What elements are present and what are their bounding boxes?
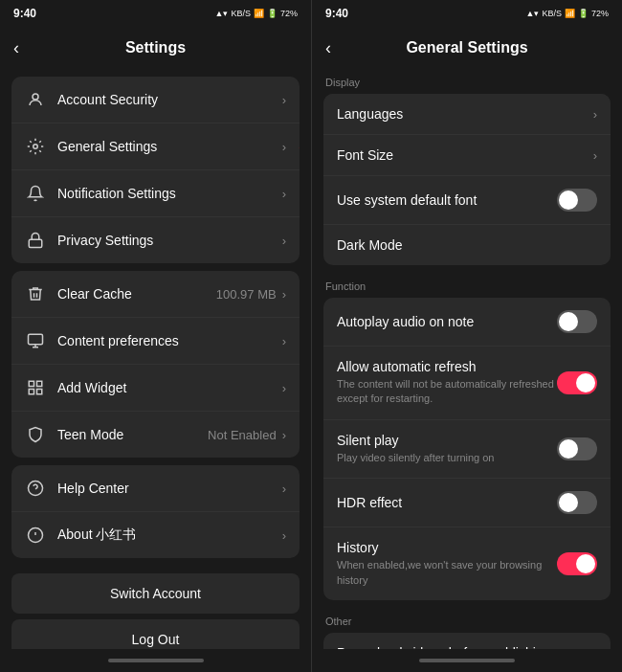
system-font-wrap: Use system default font bbox=[337, 192, 557, 208]
chevron-account: › bbox=[282, 93, 286, 107]
languages-item[interactable]: Languages › ◀ bbox=[323, 94, 611, 135]
help-group: Help Center › About 小红书 › bbox=[11, 465, 300, 558]
history-wrap: History When enabled,we won't save your … bbox=[337, 540, 557, 588]
about-item[interactable]: About 小红书 › bbox=[11, 512, 300, 558]
cache-icon bbox=[25, 283, 46, 304]
function-group: Autoplay audio on note Allow automatic r… bbox=[323, 298, 611, 600]
svg-rect-9 bbox=[37, 390, 42, 394]
hdr-item[interactable]: HDR effect bbox=[323, 479, 611, 527]
font-size-item[interactable]: Font Size › bbox=[323, 135, 611, 176]
chevron-help: › bbox=[282, 482, 286, 496]
status-icons-right: ▲▾ KB/S 📶 🔋 72% bbox=[526, 9, 609, 18]
chevron-cache: › bbox=[282, 287, 286, 302]
display-section-label: Display bbox=[312, 69, 622, 92]
account-security-item[interactable]: Account Security › bbox=[11, 77, 300, 123]
history-item[interactable]: History When enabled,we won't save your … bbox=[323, 527, 611, 600]
svg-point-0 bbox=[33, 94, 38, 100]
teen-mode-item[interactable]: Teen Mode Not Enabled › bbox=[11, 412, 300, 458]
display-group: Languages › ◀ Font Size › Use system def… bbox=[323, 94, 611, 265]
chevron-teen: › bbox=[282, 428, 286, 442]
silent-play-knob bbox=[559, 439, 578, 459]
left-screen: 9:40 ▲▾ KB/S 📶 🔋 72% ‹ Settings Account … bbox=[0, 0, 311, 672]
general-settings-item[interactable]: General Settings › ◀ bbox=[11, 123, 300, 170]
other-section-label: Other bbox=[312, 608, 622, 631]
dark-mode-label: Dark Mode bbox=[337, 237, 597, 253]
account-group: Account Security › General Settings › ◀ bbox=[11, 77, 300, 263]
history-toggle[interactable] bbox=[557, 552, 597, 575]
autoplay-audio-item[interactable]: Autoplay audio on note bbox=[323, 298, 611, 347]
chevron-widget: › bbox=[282, 381, 286, 395]
time-right: 9:40 bbox=[325, 7, 348, 20]
help-center-item[interactable]: Help Center › bbox=[11, 465, 300, 512]
font-size-wrap: Font Size bbox=[337, 147, 593, 163]
auto-refresh-wrap: Allow automatic refresh The content will… bbox=[337, 359, 557, 407]
home-indicator-left bbox=[0, 649, 311, 672]
auto-refresh-toggle[interactable] bbox=[557, 371, 597, 394]
general-settings-header: ‹ General Settings bbox=[312, 27, 622, 69]
home-bar-right bbox=[419, 659, 515, 662]
autoplay-knob bbox=[559, 312, 578, 331]
svg-rect-3 bbox=[29, 334, 43, 345]
time-left: 9:40 bbox=[13, 7, 36, 20]
status-bar-right: 9:40 ▲▾ KB/S 📶 🔋 72% bbox=[312, 0, 622, 27]
home-indicator-right bbox=[312, 649, 622, 672]
general-icon bbox=[25, 136, 46, 157]
content-prefs-item[interactable]: Content preferences › bbox=[11, 318, 300, 365]
switch-account-button[interactable]: Switch Account bbox=[11, 573, 300, 614]
history-knob bbox=[576, 554, 595, 573]
teen-value: Not Enabled bbox=[208, 428, 277, 442]
font-size-chevron: › bbox=[593, 148, 597, 163]
clear-cache-item[interactable]: Clear Cache 100.97 MB › bbox=[11, 271, 300, 318]
general-settings-list: Display Languages › ◀ Font Size › bbox=[312, 69, 622, 649]
svg-rect-7 bbox=[37, 381, 42, 386]
general-settings-label: General Settings bbox=[57, 139, 282, 154]
chevron-content: › bbox=[282, 334, 286, 348]
clear-cache-label: Clear Cache bbox=[57, 286, 216, 302]
dark-mode-item[interactable]: Dark Mode bbox=[323, 225, 611, 265]
help-icon bbox=[25, 478, 46, 499]
svg-rect-2 bbox=[29, 239, 42, 247]
home-bar-left bbox=[108, 659, 204, 662]
add-widget-item[interactable]: Add Widget › bbox=[11, 365, 300, 412]
svg-point-1 bbox=[33, 145, 38, 149]
system-font-label: Use system default font bbox=[337, 192, 557, 208]
right-screen: 9:40 ▲▾ KB/S 📶 🔋 72% ‹ General Settings … bbox=[311, 0, 622, 672]
teen-mode-label: Teen Mode bbox=[57, 427, 208, 442]
languages-label: Languages bbox=[337, 106, 593, 122]
pre-upload-item[interactable]: Pre-upload videos before publishing Redu… bbox=[323, 633, 611, 649]
silent-play-item[interactable]: Silent play Play video silently after tu… bbox=[323, 420, 611, 479]
languages-chevron: › bbox=[593, 107, 597, 122]
privacy-settings-item[interactable]: Privacy Settings › bbox=[11, 217, 300, 263]
silent-play-sub: Play video silently after turning on bbox=[337, 451, 557, 465]
logout-button[interactable]: Log Out bbox=[11, 619, 300, 649]
back-button-right[interactable]: ‹ bbox=[325, 38, 331, 58]
system-font-knob bbox=[559, 190, 578, 210]
chevron-general: › bbox=[282, 140, 286, 154]
chevron-notification: › bbox=[282, 187, 286, 201]
widget-icon bbox=[25, 377, 46, 398]
chevron-about: › bbox=[282, 528, 286, 543]
autoplay-toggle[interactable] bbox=[557, 310, 597, 333]
back-button-left[interactable]: ‹ bbox=[13, 38, 19, 58]
hdr-toggle[interactable] bbox=[557, 491, 597, 514]
auto-refresh-item[interactable]: Allow automatic refresh The content will… bbox=[323, 347, 611, 420]
history-label: History bbox=[337, 540, 557, 555]
system-font-item[interactable]: Use system default font bbox=[323, 176, 611, 225]
autoplay-wrap: Autoplay audio on note bbox=[337, 314, 557, 329]
languages-wrap: Languages bbox=[337, 106, 593, 122]
hdr-wrap: HDR effect bbox=[337, 495, 557, 510]
hdr-label: HDR effect bbox=[337, 495, 557, 510]
silent-play-label: Silent play bbox=[337, 433, 557, 448]
system-font-toggle[interactable] bbox=[557, 189, 597, 212]
font-size-label: Font Size bbox=[337, 147, 593, 163]
history-sub: When enabled,we won't save your browsing… bbox=[337, 558, 557, 588]
silent-play-toggle[interactable] bbox=[557, 437, 597, 460]
content-icon bbox=[25, 330, 46, 351]
status-bar-left: 9:40 ▲▾ KB/S 📶 🔋 72% bbox=[0, 0, 311, 27]
about-icon bbox=[25, 525, 46, 546]
cache-value: 100.97 MB bbox=[216, 287, 277, 302]
about-label: About 小红书 bbox=[57, 526, 282, 544]
notification-settings-item[interactable]: Notification Settings › bbox=[11, 170, 300, 217]
status-icons-left: ▲▾ KB/S 📶 🔋 72% bbox=[215, 9, 298, 18]
other-group: Pre-upload videos before publishing Redu… bbox=[323, 633, 611, 649]
